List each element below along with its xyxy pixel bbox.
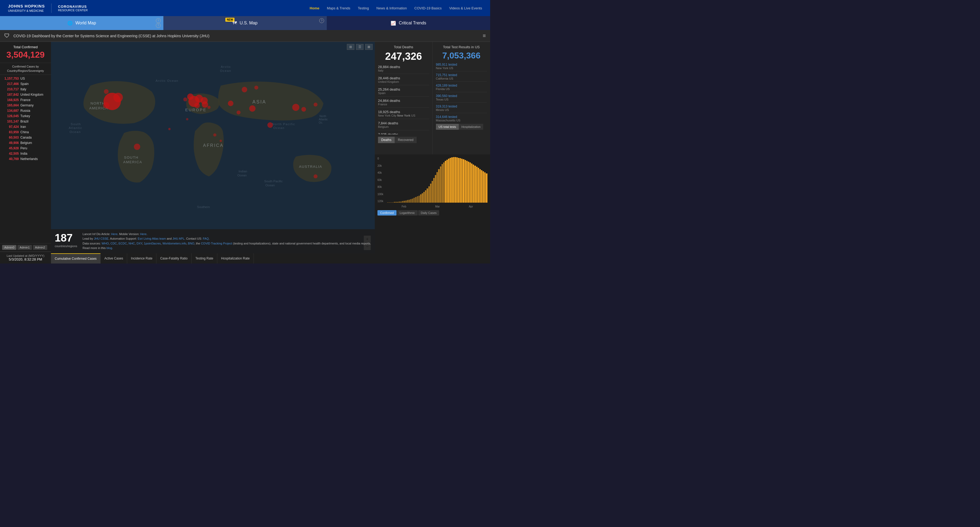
faq-link[interactable]: FAQ xyxy=(203,237,209,240)
who-link[interactable]: WHO xyxy=(102,242,109,245)
map-tab-testing[interactable]: Testing Rate xyxy=(191,253,217,264)
jhu-apl-link[interactable]: JHU APL xyxy=(172,237,185,240)
esri-link[interactable]: Esri Living Atlas team xyxy=(138,237,166,240)
svg-point-44 xyxy=(237,110,241,114)
total-confirmed-label: Total Confirmed xyxy=(3,45,48,49)
chart-bar xyxy=(410,199,412,203)
list-item: 165,664Germany xyxy=(0,103,51,108)
admin-tab-2[interactable]: Admin2 xyxy=(33,245,47,250)
svg-point-50 xyxy=(207,106,211,109)
nav-videos[interactable]: Videos & Live Events xyxy=(449,6,482,10)
svg-point-47 xyxy=(213,133,216,137)
list-item: 60,503Canada xyxy=(0,135,51,140)
chart-tab-logarithmic[interactable]: Logarithmic xyxy=(397,210,418,216)
country-count: 134,687 xyxy=(3,109,19,113)
chart-bar xyxy=(457,157,458,203)
recovered-tab[interactable]: Recovered xyxy=(395,137,417,143)
chart-bar xyxy=(471,163,473,203)
us-map-info-icon[interactable]: ? xyxy=(319,18,324,23)
admin-tab-0[interactable]: Admin0 xyxy=(2,245,16,250)
tab-world-map[interactable]: 🌐 World Map ? ? xyxy=(0,16,163,30)
chart-bar xyxy=(450,158,451,203)
map-tab-hospitalization[interactable]: Hospitalization Rate xyxy=(217,253,254,264)
chart-section: 120k 100k 80k 60k 40k 20k 0 Feb Mar Apr xyxy=(375,154,490,264)
map-view-grid[interactable]: ⊠ xyxy=(365,44,372,50)
info-text: Lancet Inf Dis Article: Here. Mobile Ver… xyxy=(83,232,371,251)
map-tab-fatality[interactable]: Case-Fatality Ratio xyxy=(156,253,191,264)
map-area[interactable]: EUROPE ASIA AFRICA NORTH AMERICA SOUTH A… xyxy=(51,42,375,264)
world-map-svg: EUROPE ASIA AFRICA NORTH AMERICA SOUTH A… xyxy=(51,42,375,240)
chart-tab-daily[interactable]: Daily Cases xyxy=(418,210,439,216)
chart-panel: 120k 100k 80k 60k 40k 20k 0 Feb Mar Apr xyxy=(375,154,490,218)
crc-logo: CORONAVIRUS RESOURCE CENTER xyxy=(58,5,88,12)
svg-text:Southern: Southern xyxy=(197,205,210,208)
crc-title: CORONAVIRUS xyxy=(58,5,88,9)
svg-point-41 xyxy=(134,144,140,150)
chart-bar xyxy=(473,165,474,203)
chart-bar xyxy=(486,173,487,203)
svg-point-31 xyxy=(194,103,200,108)
nav-covid-basics[interactable]: COVID-19 Basics xyxy=(414,6,442,10)
death-count: 18,925 deaths xyxy=(378,110,429,114)
nav-maps-trends[interactable]: Maps & Trends xyxy=(327,6,350,10)
map-tab-cumulative[interactable]: Cumulative Confirmed Cases xyxy=(51,253,100,264)
death-location: Spain xyxy=(378,91,429,95)
blog-link[interactable]: blog xyxy=(107,246,112,249)
info-bottom-bar: 187 countries/regions Lancet Inf Dis Art… xyxy=(51,229,375,253)
nav-news[interactable]: News & Information xyxy=(376,6,407,10)
test-panel-title: Total Test Results in US xyxy=(436,45,487,49)
map-view-list[interactable]: ☰ xyxy=(356,44,364,50)
svg-text:Ocean: Ocean xyxy=(220,69,231,72)
nhc-link[interactable]: NHC xyxy=(129,242,135,245)
death-count: 24,864 deaths xyxy=(378,98,429,103)
trends-icon: 📈 xyxy=(391,21,396,26)
worldometers-link[interactable]: Worldometers.info xyxy=(162,242,186,245)
menu-icon[interactable]: ≡ xyxy=(483,33,486,39)
country-count: 42,505 xyxy=(3,152,19,156)
deaths-tab[interactable]: Deaths xyxy=(378,137,395,143)
jhu-csse-link[interactable]: JHU CSSE xyxy=(94,237,108,240)
1p3a-link[interactable]: 1point3acres xyxy=(144,242,161,245)
chart-bar xyxy=(458,158,459,203)
tab-world-label: World Map xyxy=(75,21,96,25)
bno-link[interactable]: BNO xyxy=(188,242,194,245)
mobile-link[interactable]: Here xyxy=(140,232,146,236)
chart-tab-confirmed[interactable]: Confirmed xyxy=(377,210,396,216)
chart-bar xyxy=(394,202,395,203)
country-name: Belgium xyxy=(21,141,32,145)
chart-bar xyxy=(399,202,400,203)
world-map-info-icon[interactable]: ? xyxy=(156,18,161,23)
chart-bar xyxy=(430,184,431,203)
chart-bar xyxy=(425,190,426,203)
list-item: 1,157,753US xyxy=(0,76,51,81)
hospitalization-tab[interactable]: Hospitalization xyxy=(459,124,484,130)
y-label: 60k xyxy=(377,179,386,181)
chart-tabs: Confirmed Logarithmic Daily Cases xyxy=(377,210,487,216)
nav-home[interactable]: Home xyxy=(310,6,319,10)
tab-us-map[interactable]: NEW 🗺 U.S. Map ? xyxy=(163,16,327,30)
covid-tracking-link[interactable]: COVID Tracking Project xyxy=(201,242,232,245)
map-view-globe[interactable]: ⊞ xyxy=(347,44,355,50)
chart-bar xyxy=(395,202,397,203)
country-count: 60,503 xyxy=(3,136,19,140)
admin-tab-1[interactable]: Admin1 xyxy=(18,245,32,250)
nav-testing[interactable]: Testing xyxy=(358,6,369,10)
lancet-link[interactable]: Here xyxy=(111,232,118,236)
chart-area: 120k 100k 80k 60k 40k 20k 0 Feb Mar Apr xyxy=(377,157,487,208)
test-location: New York US xyxy=(436,67,487,70)
country-name: Spain xyxy=(21,82,29,86)
title-bar: 🛡 COVID-19 Dashboard by the Center for S… xyxy=(0,30,490,42)
country-count: 40,769 xyxy=(3,157,19,161)
cdc-link[interactable]: CDC xyxy=(111,242,117,245)
us-total-tests-tab[interactable]: US total tests xyxy=(436,124,459,130)
ecdc-link[interactable]: ECDC xyxy=(119,242,127,245)
svg-point-27 xyxy=(103,102,110,109)
map-tab-active[interactable]: Active Cases xyxy=(100,253,127,264)
jhu-subtitle: UNIVERSITY & MEDICINE xyxy=(8,9,45,13)
y-label: 0 xyxy=(377,157,386,160)
chart-bar xyxy=(481,170,482,203)
world-map-info2-icon[interactable]: ? xyxy=(156,23,161,28)
map-tab-incidence[interactable]: Incidence Rate xyxy=(127,253,156,264)
tab-critical-trends[interactable]: 📈 Critical Trends xyxy=(327,16,490,30)
dxy-link[interactable]: DXY xyxy=(137,242,142,245)
